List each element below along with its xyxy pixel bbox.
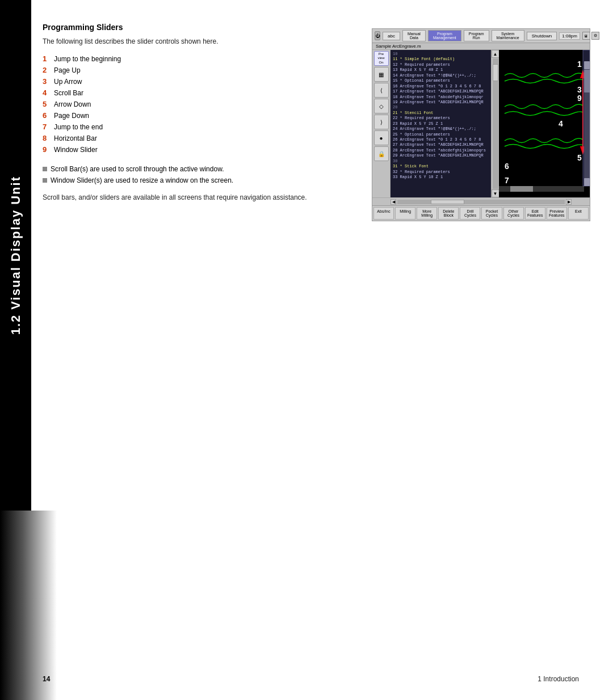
list-text-8: Horizontal Bar: [54, 134, 97, 142]
code-line: 23 Rapid X 5 Y 25 Z 1: [393, 121, 489, 126]
list-num-5: 5: [43, 100, 51, 108]
code-line: 11 * Simple Font (default): [393, 57, 489, 62]
cnc-btn-5[interactable]: ⟩: [374, 115, 389, 129]
cnc-time: 1:08pm: [559, 32, 580, 40]
code-line: 19 ArcEngrave Text "ABCDEFGHIJKLMNOPQR: [393, 100, 489, 105]
scroll-thumb[interactable]: [493, 64, 498, 81]
cnc-btn-pocket[interactable]: PocketCycles: [481, 207, 502, 220]
bullet-icon-1: [43, 167, 47, 171]
cnc-tab-manual[interactable]: Manual Data: [402, 30, 426, 41]
cnc-btn-delete-block[interactable]: DeleteBlock: [438, 207, 459, 220]
list-text-6: Page Down: [54, 112, 89, 120]
list-item: 3 Up Arrow: [43, 77, 372, 86]
svg-text:9: 9: [577, 94, 582, 103]
code-line: 21 * Stencil Font: [393, 111, 489, 116]
cnc-filepath: Sample ArcEngrave.m: [372, 43, 590, 50]
list-num-3: 3: [43, 77, 51, 86]
cnc-tab-abc[interactable]: abc: [383, 32, 400, 40]
bullet-item-1: Scroll Bar(s) are used to scroll through…: [43, 165, 372, 173]
cnc-tab-program[interactable]: ProgramManagement: [428, 30, 461, 41]
bullet-list: Scroll Bar(s) are used to scroll through…: [43, 165, 372, 184]
cnc-main-area: PreviewOn ▦ ⟨ ◇ ⟩ ● 🔒 10 11 * Simple Fon…: [372, 50, 590, 197]
cnc-code-area: 10 11 * Simple Font (default) 12 * Requi…: [391, 50, 491, 197]
cnc-btn-4[interactable]: ◇: [374, 99, 389, 113]
cnc-bottom-scroll: ◀ ▶: [372, 197, 590, 205]
cnc-btn-other[interactable]: OtherCycles: [503, 207, 524, 220]
cnc-tab-system[interactable]: SystemMaintenance: [492, 30, 524, 41]
list-text-3: Up Arrow: [54, 78, 82, 86]
list-num-1: 1: [43, 54, 51, 63]
cnc-btn-3[interactable]: ⟨: [374, 83, 389, 98]
cnc-btn-edit[interactable]: EditFeatures: [525, 207, 545, 220]
code-line: 29 ArcEngrave Text "ABCDEFGHIJKLMNOPQR: [393, 153, 489, 158]
list-text-9: Window Slider: [54, 146, 98, 154]
list-text-4: Scroll Bar: [54, 89, 83, 97]
scroll-up-arrow[interactable]: ▲: [492, 50, 499, 58]
cnc-scrollbar-right: ▲ ▼: [491, 50, 499, 197]
cnc-btn-drill[interactable]: DrillCycles: [460, 207, 480, 220]
svg-rect-0: [499, 50, 590, 197]
svg-text:6: 6: [505, 162, 509, 171]
list-item: 6 Page Down: [43, 111, 372, 120]
svg-rect-16: [510, 186, 533, 192]
scroll-down-arrow[interactable]: ▼: [492, 189, 499, 197]
sidebar-gradient: [0, 511, 57, 700]
cnc-btn-preview-feat[interactable]: PreviewFeatures: [547, 207, 567, 220]
list-item: 4 Scroll Bar: [43, 88, 372, 97]
code-line: 32 * Required parameters: [393, 170, 489, 175]
page-footer: 14 1 Introduction: [43, 675, 579, 683]
cnc-btn-exit[interactable]: Exit: [568, 207, 589, 220]
cnc-icon-2[interactable]: ⚙: [591, 32, 599, 40]
cnc-interface: ⏻ abc Manual Data ProgramManagement Prog…: [372, 29, 590, 221]
cnc-screenshot: ⏻ abc Manual Data ProgramManagement Prog…: [372, 28, 590, 221]
cnc-btn-preview[interactable]: PreviewOn: [374, 51, 389, 66]
list-text-7: Jump to the end: [54, 123, 103, 131]
cnc-power-btn[interactable]: ⏻: [375, 31, 380, 40]
scroll-left-arrow[interactable]: ◀: [391, 199, 396, 205]
list-num-4: 4: [43, 88, 51, 97]
bullet-text-2: Window Slider(s) are used to resize a wi…: [51, 176, 233, 184]
cnc-btn-7[interactable]: 🔒: [374, 146, 389, 161]
code-line: 18 ArcEngrave Text "abcdefghijklmnopqr: [393, 95, 489, 100]
code-line: 26 ArcEngrave Text "0 1 2 3 4 5 6 7 8: [393, 137, 489, 142]
svg-text:1: 1: [577, 60, 582, 69]
sidebar-label: 1.2 Visual Display Unit: [0, 0, 31, 511]
list-num-2: 2: [43, 66, 51, 74]
list-item: 7 Jump to the end: [43, 123, 372, 131]
scroll-track: [493, 58, 498, 189]
code-line: 27 ArcEngrave Text "ABCDEFGHIJKLMNOPQR: [393, 142, 489, 147]
svg-text:3: 3: [577, 85, 582, 94]
section-title: Programming Sliders: [43, 23, 372, 32]
bullet-text-1: Scroll Bar(s) are used to scroll through…: [51, 165, 224, 173]
list-text-2: Page Up: [54, 66, 81, 74]
code-line: 24 ArcEngrave Text "!@$%&*()++,./:;: [393, 126, 489, 132]
svg-text:4: 4: [559, 119, 563, 128]
code-line: 10: [393, 52, 489, 57]
code-line: 33 Rapid X 5 Y 10 Z 1: [393, 175, 489, 180]
cnc-btn-2[interactable]: ▦: [374, 67, 389, 82]
cnc-tab-shutdown[interactable]: Shutdown: [527, 32, 557, 40]
cnc-tab-run[interactable]: Program Run: [464, 30, 489, 41]
slider-list: 1 Jump to the beginning 2 Page Up 3 Up A…: [43, 54, 372, 154]
list-num-7: 7: [43, 123, 51, 131]
list-item: 5 Arrow Down: [43, 100, 372, 108]
cnc-btn-6[interactable]: ●: [374, 130, 389, 145]
cnc-preview-panel: 1 3 9 4 5 6 7: [499, 50, 590, 197]
cnc-topbar: ⏻ abc Manual Data ProgramManagement Prog…: [372, 29, 590, 43]
horiz-scroll-thumb[interactable]: [431, 200, 464, 204]
cnc-btn-milling[interactable]: Milling: [395, 207, 415, 220]
code-line: 20: [393, 105, 489, 110]
bullet-icon-2: [43, 178, 47, 183]
list-item: 9 Window Slider: [43, 145, 372, 154]
code-line: 31 * Stick Font: [393, 164, 489, 169]
footer-section: 1 Introduction: [538, 675, 579, 683]
code-line: 22 * Required parameters: [393, 116, 489, 121]
cnc-btn-more-milling[interactable]: MoreMilling: [417, 207, 437, 220]
cnc-icon-1[interactable]: 🖥: [582, 32, 590, 40]
list-num-6: 6: [43, 111, 51, 120]
scroll-right-arrow[interactable]: ▶: [566, 199, 572, 205]
code-line: 25 * Optional parameters: [393, 132, 489, 137]
list-item: 8 Horizontal Bar: [43, 134, 372, 142]
list-num-9: 9: [43, 145, 51, 154]
cnc-btn-abs-inc[interactable]: Abs/Inc: [373, 207, 394, 220]
